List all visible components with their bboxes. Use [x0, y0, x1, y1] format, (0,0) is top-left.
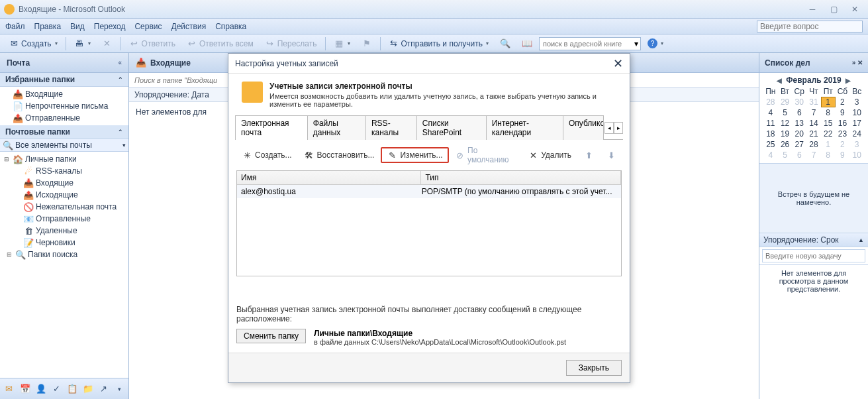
- cal-day[interactable]: 1: [821, 139, 836, 150]
- cal-day[interactable]: 27: [792, 139, 806, 150]
- tab-published[interactable]: Опубликова: [563, 115, 604, 140]
- minimize-button[interactable]: ─: [803, 3, 822, 15]
- cal-day[interactable]: 8: [821, 150, 836, 160]
- cal-day[interactable]: 5: [778, 150, 793, 160]
- maximize-button[interactable]: ▢: [824, 3, 843, 15]
- dialog-close-button[interactable]: Закрыть: [566, 360, 622, 376]
- tree-inbox[interactable]: 📥Входящие: [0, 177, 128, 189]
- tab-datafiles[interactable]: Файлы данных: [307, 115, 366, 140]
- mail-module-icon[interactable]: ✉: [4, 384, 15, 394]
- cal-day[interactable]: 4: [763, 150, 778, 160]
- tab-scroll-right-icon[interactable]: ▸: [614, 122, 623, 134]
- cal-day[interactable]: 10: [849, 150, 864, 160]
- cal-day[interactable]: 29: [778, 97, 793, 107]
- cal-day[interactable]: 5: [778, 107, 793, 118]
- tree-searchfolders[interactable]: ⊞🔍Папки поиска: [0, 249, 128, 260]
- categorize-button[interactable]: ▦▾: [329, 36, 355, 51]
- account-row[interactable]: alex@hostiq.ua POP/SMTP (по умолчанию от…: [237, 185, 621, 198]
- folder-module-icon[interactable]: 📁: [83, 384, 93, 394]
- contacts-module-icon[interactable]: 👤: [36, 384, 46, 394]
- configure-buttons-icon[interactable]: ▾: [115, 384, 125, 394]
- cal-day[interactable]: 9: [836, 150, 850, 160]
- collapse-nav-icon[interactable]: «: [118, 59, 122, 66]
- tab-sharepoint[interactable]: Списки SharePoint: [416, 115, 487, 140]
- cal-day[interactable]: 28: [763, 97, 778, 107]
- reply-all-button[interactable]: ↩Ответить всем: [182, 36, 258, 51]
- tree-rss[interactable]: ☄RSS-каналы: [0, 165, 128, 177]
- fav-sent[interactable]: 📤Отправленные: [0, 112, 128, 124]
- tab-internetcal[interactable]: Интернет-календари: [486, 115, 563, 140]
- notes-module-icon[interactable]: 📋: [67, 384, 77, 394]
- cal-day[interactable]: 23: [836, 129, 850, 139]
- cal-day[interactable]: 16: [836, 118, 850, 129]
- cal-day[interactable]: 17: [849, 118, 864, 129]
- cal-day[interactable]: 1: [821, 97, 836, 107]
- all-mail-items[interactable]: 🔍Все элементы почты▾: [0, 139, 128, 152]
- personal-folders[interactable]: ⊟🏠Личные папки: [0, 153, 128, 165]
- tree-junk[interactable]: 🚫Нежелательная почта: [0, 201, 128, 213]
- move-up-button[interactable]: ⬆: [578, 148, 599, 162]
- reply-button[interactable]: ↩Ответить: [124, 36, 180, 51]
- cal-day[interactable]: 25: [763, 139, 778, 150]
- account-edit-button[interactable]: ✎Изменить...: [381, 147, 448, 163]
- fav-inbox[interactable]: 📥Входящие: [0, 88, 128, 100]
- new-button[interactable]: ✉Создать▾: [4, 36, 62, 51]
- menu-view[interactable]: Вид: [70, 22, 85, 31]
- cal-next-icon[interactable]: ▶: [845, 77, 851, 84]
- cal-day[interactable]: 3: [849, 139, 864, 150]
- col-name[interactable]: Имя: [237, 171, 421, 184]
- shortcuts-module-icon[interactable]: ↗: [99, 384, 109, 394]
- close-button[interactable]: ✕: [845, 3, 864, 15]
- cal-day[interactable]: 10: [849, 107, 864, 118]
- tree-deleted[interactable]: 🗑Удаленные: [0, 225, 128, 237]
- cal-month-label[interactable]: Февраль 2019: [786, 76, 841, 85]
- cal-day[interactable]: 26: [778, 139, 793, 150]
- menu-edit[interactable]: Правка: [34, 22, 62, 31]
- addressbook-search-input[interactable]: [542, 38, 634, 49]
- col-type[interactable]: Тип: [421, 171, 621, 184]
- ask-question-input[interactable]: [757, 21, 863, 32]
- cal-day[interactable]: 7: [806, 150, 821, 160]
- cal-day[interactable]: 3: [849, 97, 864, 107]
- dialog-close-icon[interactable]: ✕: [613, 56, 623, 71]
- cal-day[interactable]: 11: [763, 118, 778, 129]
- favorites-section[interactable]: Избранные папки⌃: [0, 73, 128, 87]
- followup-button[interactable]: ⚑: [357, 36, 377, 51]
- fav-unread[interactable]: 📄Непрочтенные письма: [0, 100, 128, 112]
- tab-email[interactable]: Электронная почта: [235, 115, 308, 140]
- cal-day[interactable]: 31: [806, 97, 821, 107]
- cal-day[interactable]: 9: [836, 107, 850, 118]
- cal-day[interactable]: 8: [821, 107, 836, 118]
- cal-day[interactable]: 14: [806, 118, 821, 129]
- cal-day[interactable]: 4: [763, 107, 778, 118]
- tab-rss[interactable]: RSS-каналы: [365, 115, 417, 140]
- addressbook-search[interactable]: ▾: [539, 37, 641, 50]
- menu-file[interactable]: Файл: [5, 22, 25, 31]
- cal-day[interactable]: 30: [792, 97, 806, 107]
- cal-day[interactable]: 19: [778, 129, 793, 139]
- cal-day[interactable]: 6: [792, 150, 806, 160]
- cal-day[interactable]: 2: [836, 97, 850, 107]
- account-repair-button[interactable]: 🛠Восстановить...: [299, 148, 380, 162]
- calendar-module-icon[interactable]: 📅: [20, 384, 30, 394]
- cal-day[interactable]: 12: [778, 118, 793, 129]
- new-task-input[interactable]: [762, 249, 865, 262]
- cal-day[interactable]: 28: [806, 139, 821, 150]
- mailfolders-section[interactable]: Почтовые папки⌃: [0, 125, 128, 139]
- move-down-button[interactable]: ⬇: [601, 148, 622, 162]
- menu-go[interactable]: Переход: [94, 22, 126, 31]
- forward-button[interactable]: ↪Переслать: [260, 36, 322, 51]
- cal-day[interactable]: 6: [792, 107, 806, 118]
- cal-prev-icon[interactable]: ◀: [777, 77, 782, 84]
- print-button[interactable]: 🖶▾: [70, 36, 95, 51]
- account-delete-button[interactable]: ✕Удалить: [522, 148, 577, 162]
- cal-day[interactable]: 2: [836, 139, 850, 150]
- help-button[interactable]: ?▾: [643, 36, 668, 50]
- tasks-module-icon[interactable]: ✓: [52, 384, 62, 394]
- cal-day[interactable]: 15: [821, 118, 836, 129]
- account-new-button[interactable]: ✳Создать...: [236, 148, 297, 162]
- cal-day[interactable]: 24: [849, 129, 864, 139]
- cal-day[interactable]: 20: [792, 129, 806, 139]
- find-button[interactable]: 🔍: [495, 36, 515, 51]
- sendreceive-button[interactable]: ⇆Отправить и получить▾: [384, 36, 494, 51]
